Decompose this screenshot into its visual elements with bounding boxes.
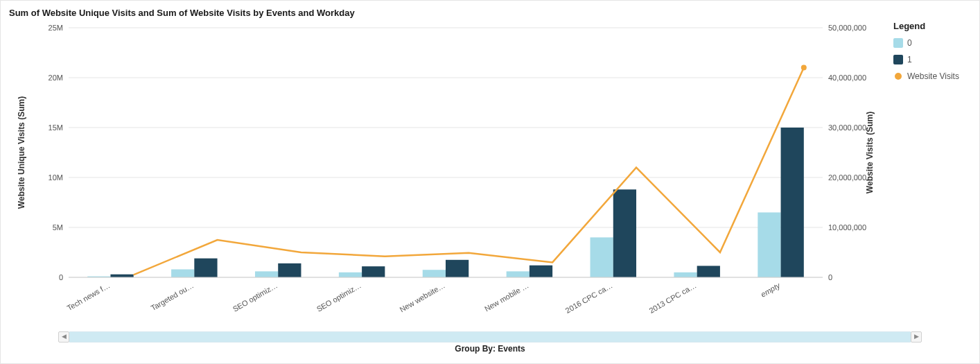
category-scrollbar[interactable]: ◀ ▶ xyxy=(69,331,911,343)
svg-text:0: 0 xyxy=(59,273,63,281)
svg-text:30,000,000: 30,000,000 xyxy=(828,123,866,132)
svg-text:40,000,000: 40,000,000 xyxy=(828,73,866,82)
svg-text:15M: 15M xyxy=(49,123,63,132)
svg-text:SEO optimiz…: SEO optimiz… xyxy=(231,281,279,313)
legend-item-0[interactable]: 0 xyxy=(893,38,971,48)
svg-text:Targeted ou…: Targeted ou… xyxy=(149,281,195,312)
svg-rect-41 xyxy=(674,272,697,277)
legend-item-2[interactable]: Website Visits xyxy=(893,71,971,81)
svg-rect-27 xyxy=(278,263,301,277)
legend-item-1[interactable]: 1 xyxy=(893,55,971,64)
svg-rect-32 xyxy=(423,270,446,277)
svg-text:2016 CPC ca…: 2016 CPC ca… xyxy=(564,281,614,315)
legend-dot-2 xyxy=(895,73,902,80)
svg-rect-30 xyxy=(362,266,385,277)
svg-point-47 xyxy=(801,65,807,71)
chart-body: 05M10M15M20M25M010,000,00020,000,00030,0… xyxy=(9,21,971,326)
plot-area: 05M10M15M20M25M010,000,00020,000,00030,0… xyxy=(9,21,882,319)
svg-text:25M: 25M xyxy=(49,24,63,32)
svg-text:New website…: New website… xyxy=(398,281,446,313)
legend-swatch-0 xyxy=(893,38,903,48)
svg-rect-36 xyxy=(530,266,552,277)
svg-rect-35 xyxy=(507,271,530,277)
svg-rect-42 xyxy=(697,266,720,277)
svg-rect-26 xyxy=(255,271,278,277)
svg-text:10,000,000: 10,000,000 xyxy=(828,223,866,232)
svg-text:SEO optimiz…: SEO optimiz… xyxy=(315,281,362,313)
legend-title: Legend xyxy=(893,21,971,31)
svg-text:Website Visits (Sum): Website Visits (Sum) xyxy=(865,112,875,193)
svg-text:New mobile …: New mobile … xyxy=(483,281,530,313)
legend-label-2: Website Visits xyxy=(907,71,959,81)
svg-rect-38 xyxy=(590,237,613,277)
chart-svg: 05M10M15M20M25M010,000,00020,000,00030,0… xyxy=(9,21,882,319)
svg-text:20,000,000: 20,000,000 xyxy=(828,173,866,182)
scroll-right-button[interactable]: ▶ xyxy=(911,331,922,343)
svg-rect-29 xyxy=(339,272,362,277)
legend-label-1: 1 xyxy=(907,55,912,64)
svg-rect-23 xyxy=(171,269,194,277)
svg-rect-21 xyxy=(110,275,133,277)
svg-text:2013 CPC ca…: 2013 CPC ca… xyxy=(647,281,697,315)
svg-text:50,000,000: 50,000,000 xyxy=(828,24,866,32)
chart-panel: Sum of Website Unique Visits and Sum of … xyxy=(0,0,980,364)
svg-text:Website Unique Visits (Sum): Website Unique Visits (Sum) xyxy=(17,96,26,209)
svg-rect-39 xyxy=(613,189,636,277)
scroll-left-button[interactable]: ◀ xyxy=(58,331,69,343)
svg-rect-45 xyxy=(781,128,804,277)
legend-label-0: 0 xyxy=(907,38,912,48)
svg-text:20M: 20M xyxy=(49,73,63,82)
svg-rect-33 xyxy=(446,260,469,277)
svg-rect-44 xyxy=(758,212,780,277)
svg-text:Tech news f…: Tech news f… xyxy=(66,281,112,312)
svg-text:0: 0 xyxy=(828,273,832,281)
svg-text:5M: 5M xyxy=(53,223,63,232)
x-axis-title: Group By: Events xyxy=(9,344,971,354)
legend-swatch-1 xyxy=(893,55,903,64)
svg-text:empty: empty xyxy=(760,281,782,299)
chart-title: Sum of Website Unique Visits and Sum of … xyxy=(9,8,971,18)
svg-rect-24 xyxy=(194,259,217,277)
legend: Legend 0 1 Website Visits xyxy=(882,21,971,326)
svg-text:10M: 10M xyxy=(49,173,63,182)
